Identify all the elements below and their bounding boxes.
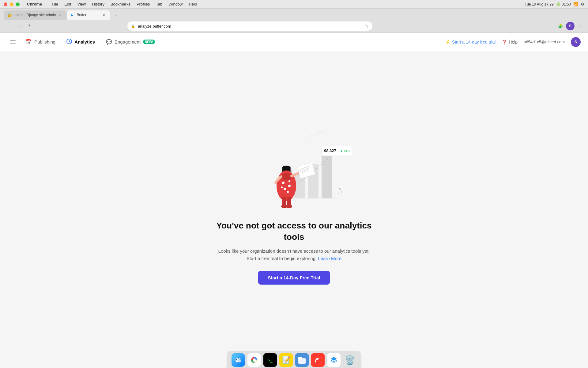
tab-title-django: Log in | Django site admin bbox=[13, 13, 56, 17]
tab-close-buffer[interactable]: ✕ bbox=[101, 13, 106, 17]
svg-rect-32 bbox=[287, 197, 291, 206]
svg-point-45 bbox=[253, 358, 256, 362]
free-trial-button[interactable]: ⚡ Start a 14-day free trial bbox=[445, 40, 496, 44]
svg-rect-0 bbox=[10, 40, 16, 40]
help-icon: ❓ bbox=[502, 40, 507, 44]
learn-more-link[interactable]: Learn More bbox=[318, 256, 341, 261]
minimize-button[interactable] bbox=[10, 2, 13, 6]
menu-view[interactable]: View bbox=[75, 1, 88, 7]
close-button[interactable] bbox=[4, 2, 7, 6]
svg-rect-6 bbox=[322, 155, 332, 198]
address-bar-row: ← → ↻ 🔒 analyze.buffer.com ☆ 🧩 S ⋮ bbox=[0, 20, 588, 33]
dock-buffer[interactable] bbox=[327, 353, 341, 367]
engagement-icon: 💬 bbox=[106, 39, 112, 45]
svg-text:▲14%: ▲14% bbox=[340, 149, 350, 153]
svg-point-21 bbox=[288, 185, 291, 187]
avatar-initial: S bbox=[575, 40, 577, 44]
publishing-label: Publishing bbox=[34, 39, 55, 44]
svg-point-20 bbox=[282, 182, 285, 184]
illustration-area: 98,327 ▲14% followers ✕ bbox=[233, 118, 355, 210]
nav-tab-engagement[interactable]: 💬 Engagement New! bbox=[101, 36, 160, 47]
browser-chrome: 🔐 Log in | Django site admin ✕ ▶ Buffer … bbox=[0, 9, 588, 33]
svg-point-34 bbox=[286, 205, 292, 208]
svg-rect-48 bbox=[314, 356, 322, 364]
title-bar: Chrome File Edit View History Bookmarks … bbox=[0, 0, 588, 9]
reload-button[interactable]: ↻ bbox=[26, 22, 34, 30]
browser-right-icons: 🧩 S ⋮ bbox=[556, 22, 584, 30]
clock: Tue 10 Aug 17:29 bbox=[525, 2, 553, 6]
cta-description: Looks like your organization doesn't hav… bbox=[214, 247, 374, 262]
menu-profiles[interactable]: Profiles bbox=[134, 1, 152, 7]
menu-help[interactable]: Help bbox=[187, 1, 200, 7]
title-bar-right: Tue 10 Aug 17:29 🔋 01:50 📶 ⚙ bbox=[525, 2, 584, 6]
svg-line-14 bbox=[309, 131, 322, 137]
forward-button[interactable]: → bbox=[15, 22, 23, 30]
browser-profile-button[interactable]: S bbox=[566, 22, 575, 30]
analytics-icon bbox=[66, 39, 72, 45]
nav-tab-publishing[interactable]: 📅 Publishing bbox=[21, 36, 60, 47]
dock-files[interactable] bbox=[295, 353, 309, 367]
dock-finder[interactable] bbox=[232, 353, 245, 367]
dock-reeder[interactable] bbox=[311, 353, 325, 367]
app-name: Chrome bbox=[27, 2, 42, 6]
tab-favicon-django: 🔐 bbox=[7, 13, 12, 17]
dock-terminal[interactable]: >_ bbox=[263, 353, 277, 367]
menu-bar: File Edit View History Bookmarks Profile… bbox=[49, 1, 199, 7]
tab-favicon-buffer: ▶ bbox=[71, 13, 75, 17]
menu-window[interactable]: Window bbox=[166, 1, 185, 7]
address-bar[interactable]: 🔒 analyze.buffer.com ☆ bbox=[127, 21, 372, 31]
svg-line-15 bbox=[315, 129, 328, 135]
app-header: 📅 Publishing Analytics 💬 Engagement New!… bbox=[0, 33, 588, 51]
tab-django-admin[interactable]: 🔐 Log in | Django site admin ✕ bbox=[4, 10, 66, 20]
svg-point-42 bbox=[240, 359, 241, 360]
dock-trash[interactable]: 🗑️ bbox=[343, 353, 356, 367]
tab-bar: 🔐 Log in | Django site admin ✕ ▶ Buffer … bbox=[0, 9, 588, 20]
main-nav: 📅 Publishing Analytics 💬 Engagement New! bbox=[21, 36, 160, 48]
svg-point-40 bbox=[238, 358, 241, 362]
nav-tab-analytics[interactable]: Analytics bbox=[62, 36, 100, 48]
start-trial-button[interactable]: Start a 14-Day Free Trial bbox=[258, 271, 330, 285]
sidebar-toggle-button[interactable] bbox=[7, 36, 18, 48]
url-text: analyze.buffer.com bbox=[138, 24, 362, 29]
back-button[interactable]: ← bbox=[4, 22, 12, 30]
analytics-label: Analytics bbox=[74, 39, 95, 44]
svg-point-37 bbox=[338, 193, 339, 194]
maximize-button[interactable] bbox=[16, 2, 20, 6]
svg-rect-47 bbox=[298, 357, 302, 359]
menu-history[interactable]: History bbox=[89, 1, 107, 7]
svg-rect-31 bbox=[282, 197, 286, 206]
bluetooth-icon: ⚙ bbox=[581, 2, 584, 6]
svg-point-26 bbox=[281, 173, 292, 180]
svg-point-18 bbox=[282, 166, 291, 171]
menu-tab[interactable]: Tab bbox=[153, 1, 165, 7]
free-trial-label: Start a 14-day free trial bbox=[452, 40, 496, 44]
svg-point-25 bbox=[287, 191, 289, 193]
menu-file[interactable]: File bbox=[49, 1, 61, 7]
svg-point-36 bbox=[341, 191, 342, 193]
dock: >_ 📝 🗑️ bbox=[226, 351, 362, 368]
user-email: a654d1c5@uifeed.com bbox=[524, 40, 565, 44]
svg-point-49 bbox=[315, 361, 316, 362]
help-button[interactable]: ❓ Help bbox=[502, 40, 518, 44]
svg-point-41 bbox=[236, 359, 237, 360]
menu-bookmarks[interactable]: Bookmarks bbox=[108, 1, 133, 7]
menu-edit[interactable]: Edit bbox=[62, 1, 74, 7]
new-tab-button[interactable]: + bbox=[112, 11, 120, 20]
tab-buffer[interactable]: ▶ Buffer ✕ bbox=[67, 10, 110, 20]
publishing-icon: 📅 bbox=[26, 39, 32, 45]
user-avatar[interactable]: S bbox=[571, 37, 581, 47]
dock-notes[interactable]: 📝 bbox=[279, 353, 293, 367]
cta-desc-text: Looks like your organization doesn't hav… bbox=[218, 248, 370, 261]
help-label: Help bbox=[509, 40, 518, 44]
svg-point-35 bbox=[339, 188, 341, 190]
new-badge: New! bbox=[143, 40, 155, 44]
cta-section: You've not got access to our analytics t… bbox=[214, 220, 374, 285]
tab-close-django[interactable]: ✕ bbox=[58, 13, 63, 17]
bookmark-icon[interactable]: ☆ bbox=[365, 24, 369, 29]
svg-rect-1 bbox=[10, 42, 16, 42]
dock-chrome[interactable] bbox=[247, 353, 261, 367]
extensions-icon[interactable]: 🧩 bbox=[556, 22, 565, 30]
more-options-icon[interactable]: ⋮ bbox=[576, 22, 584, 30]
main-content: 98,327 ▲14% followers ✕ bbox=[0, 51, 588, 352]
battery-display: 🔋 01:50 bbox=[556, 2, 571, 6]
